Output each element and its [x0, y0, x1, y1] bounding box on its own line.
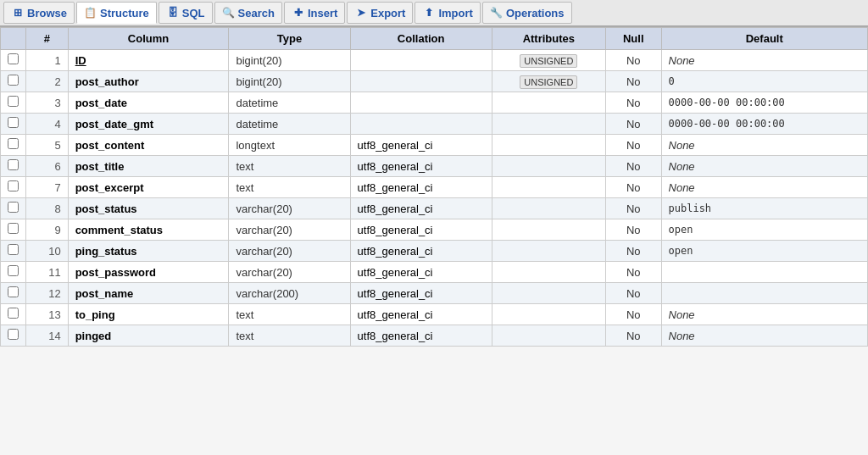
table-container: #ColumnTypeCollationAttributesNullDefaul…: [0, 27, 868, 347]
column-default: None: [661, 156, 867, 177]
sql-icon: 🗄: [166, 6, 180, 19]
toolbar-btn-browse[interactable]: ⊞Browse: [3, 2, 75, 24]
column-collation: utf8_general_ci: [350, 304, 492, 325]
table-row: 3post_datedatetimeNo0000-00-00 00:00:00: [1, 92, 868, 114]
col-header-type: Type: [229, 28, 350, 50]
column-name: post_date_gmt: [68, 114, 229, 135]
structure-icon: 📋: [84, 6, 97, 19]
row-checkbox[interactable]: [8, 117, 19, 128]
operations-label: Operations: [506, 7, 565, 19]
insert-label: Insert: [308, 7, 337, 19]
row-checkbox[interactable]: [8, 223, 19, 234]
sql-label: SQL: [182, 7, 205, 19]
row-checkbox[interactable]: [8, 265, 19, 276]
column-name-link[interactable]: ID: [75, 54, 86, 67]
toolbar-btn-operations[interactable]: 🔧Operations: [482, 2, 572, 24]
row-checkbox[interactable]: [8, 53, 19, 64]
row-checkbox-cell: [1, 177, 26, 198]
column-attributes: [492, 219, 605, 241]
row-checkbox-cell: [1, 241, 26, 262]
column-default: None: [661, 135, 867, 156]
column-null: No: [605, 177, 661, 198]
col-header-null: Null: [605, 28, 661, 50]
table-body: 1IDbigint(20)UNSIGNEDNoNone2post_authorb…: [1, 50, 868, 347]
row-checkbox[interactable]: [8, 244, 19, 255]
column-null: No: [605, 92, 661, 114]
col-header--: #: [26, 28, 69, 50]
row-checkbox-cell: [1, 50, 26, 71]
column-default: open: [661, 241, 867, 262]
row-checkbox[interactable]: [8, 138, 19, 149]
toolbar-btn-insert[interactable]: ✚Insert: [284, 2, 345, 24]
table-row: 6post_titletextutf8_general_ciNoNone: [1, 156, 868, 177]
column-type: varchar(20): [229, 241, 350, 262]
row-checkbox-cell: [1, 198, 26, 219]
search-icon: 🔍: [222, 6, 236, 19]
row-checkbox[interactable]: [8, 159, 19, 170]
row-checkbox[interactable]: [8, 286, 19, 297]
column-collation: utf8_general_ci: [350, 325, 492, 347]
column-attributes: [492, 135, 605, 156]
row-checkbox[interactable]: [8, 180, 19, 191]
column-default: 0000-00-00 00:00:00: [661, 92, 867, 114]
table-row: 10ping_statusvarchar(20)utf8_general_ciN…: [1, 241, 868, 262]
column-collation: [350, 71, 492, 92]
toolbar-btn-sql[interactable]: 🗄SQL: [159, 2, 213, 24]
column-attributes: [492, 92, 605, 114]
insert-icon: ✚: [292, 6, 305, 19]
column-collation: [350, 50, 492, 71]
table-row: 5post_contentlongtextutf8_general_ciNoNo…: [1, 135, 868, 156]
row-number: 8: [26, 198, 69, 219]
row-checkbox[interactable]: [8, 308, 19, 319]
toolbar-btn-export[interactable]: ➤Export: [347, 2, 413, 24]
column-attributes: [492, 241, 605, 262]
toolbar-btn-search[interactable]: 🔍Search: [214, 2, 282, 24]
column-attributes: [492, 114, 605, 135]
row-checkbox-cell: [1, 219, 26, 241]
row-number: 2: [26, 71, 69, 92]
row-checkbox-cell: [1, 114, 26, 135]
column-type: varchar(200): [229, 283, 350, 304]
row-checkbox-cell: [1, 283, 26, 304]
row-number: 10: [26, 241, 69, 262]
row-number: 13: [26, 304, 69, 325]
column-collation: utf8_general_ci: [350, 156, 492, 177]
row-checkbox[interactable]: [8, 75, 19, 86]
column-default: 0000-00-00 00:00:00: [661, 114, 867, 135]
search-label: Search: [238, 7, 275, 19]
column-name: ping_status: [68, 241, 229, 262]
column-name: post_excerpt: [68, 177, 229, 198]
column-default: [661, 283, 867, 304]
toolbar-btn-import[interactable]: ⬆Import: [415, 2, 480, 24]
column-default: None: [661, 304, 867, 325]
row-number: 5: [26, 135, 69, 156]
column-name: post_password: [68, 262, 229, 283]
structure-label: Structure: [100, 7, 149, 19]
column-type: text: [229, 304, 350, 325]
toolbar-btn-structure[interactable]: 📋Structure: [76, 2, 157, 24]
column-attributes: [492, 283, 605, 304]
column-default: open: [661, 219, 867, 241]
toolbar: ⊞Browse📋Structure🗄SQL🔍Search✚Insert➤Expo…: [0, 0, 868, 27]
row-checkbox[interactable]: [8, 202, 19, 213]
column-type: varchar(20): [229, 219, 350, 241]
column-name: to_ping: [68, 304, 229, 325]
row-checkbox-cell: [1, 135, 26, 156]
column-attributes: [492, 304, 605, 325]
row-checkbox[interactable]: [8, 96, 19, 107]
row-checkbox-cell: [1, 262, 26, 283]
column-type: datetime: [229, 114, 350, 135]
col-header-column: Column: [68, 28, 229, 50]
row-number: 3: [26, 92, 69, 114]
column-null: No: [605, 198, 661, 219]
column-name: post_date: [68, 92, 229, 114]
column-name: post_status: [68, 198, 229, 219]
column-null: No: [605, 304, 661, 325]
table-row: 11post_passwordvarchar(20)utf8_general_c…: [1, 262, 868, 283]
row-checkbox[interactable]: [8, 329, 19, 340]
column-name[interactable]: ID: [68, 50, 229, 71]
column-default: None: [661, 50, 867, 71]
column-default: None: [661, 325, 867, 347]
column-name: post_author: [68, 71, 229, 92]
row-number: 9: [26, 219, 69, 241]
